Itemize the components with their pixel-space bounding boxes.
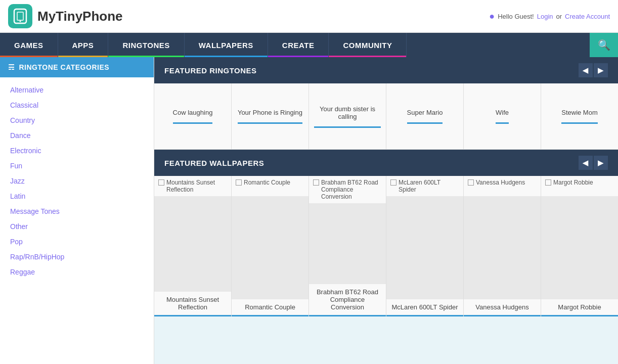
wallpaper-card-5[interactable]: Margot Robbie Margot Robbie	[541, 176, 618, 316]
wallpaper-thumb-3	[386, 196, 463, 299]
ringtones-nav-arrows: ◀ ▶	[579, 63, 608, 77]
ringtone-title-4: Wife	[496, 109, 509, 116]
wallpaper-title-bar-2: Brabham BT62 Road Compliance Conversion	[309, 176, 386, 203]
nav-item-community[interactable]: COMMUNITY	[329, 33, 407, 57]
ringtone-card-3[interactable]: Super Mario	[386, 83, 464, 149]
wallpaper-bar-0	[154, 315, 231, 316]
featured-ringtones-title: FEATURED RINGTONES	[164, 66, 257, 75]
sidebar-link-jazz[interactable]: Jazz	[10, 177, 25, 185]
ringtone-card-4[interactable]: Wife	[464, 83, 541, 149]
wallpapers-next-button[interactable]: ▶	[594, 156, 608, 170]
sidebar: ☴ RINGTONE CATEGORIES Alternative Classi…	[0, 57, 154, 364]
create-account-link[interactable]: Create Account	[565, 13, 610, 20]
sidebar-item-electronic[interactable]: Electronic	[0, 143, 154, 158]
ringtone-title-0: Cow laughing	[173, 109, 213, 116]
sidebar-item-classical[interactable]: Classical	[0, 98, 154, 113]
wallpaper-thumb-0	[154, 196, 231, 292]
wallpaper-title-2: Brabham BT62 Road Compliance Conversion	[321, 179, 382, 200]
sidebar-item-message-tones[interactable]: Message Tones	[0, 204, 154, 219]
nav-item-wallpapers[interactable]: WALLPAPERS	[185, 33, 268, 57]
wallpaper-name-3: McLaren 600LT Spider	[386, 299, 463, 315]
sidebar-link-alternative[interactable]: Alternative	[10, 86, 43, 94]
nav-item-ringtones[interactable]: RINGTONES	[108, 33, 184, 57]
svg-point-2	[20, 21, 21, 22]
sidebar-item-pop[interactable]: Pop	[0, 234, 154, 249]
sidebar-link-reggae[interactable]: Reggae	[10, 268, 35, 276]
wallpaper-thumb-2	[309, 203, 386, 284]
ringtone-card-2[interactable]: Your dumb sister is calling	[309, 83, 386, 149]
main-nav: GAMES APPS RINGTONES WALLPAPERS CREATE C…	[0, 33, 618, 57]
featured-wallpapers-title: FEATURED WALLPAPERS	[164, 159, 264, 167]
wallpaper-checkbox-1[interactable]	[236, 179, 242, 186]
wallpaper-checkbox-5[interactable]	[545, 179, 551, 186]
wallpaper-name-5: Margot Robbie	[541, 299, 618, 315]
sidebar-item-other[interactable]: Other	[0, 219, 154, 234]
nav-item-games[interactable]: GAMES	[0, 33, 58, 57]
sidebar-list: Alternative Classical Country Dance Elec…	[0, 77, 154, 285]
ringtone-card-1[interactable]: Your Phone is Ringing	[232, 83, 309, 149]
wallpaper-title-bar-3: McLaren 600LT Spider	[386, 176, 463, 196]
wallpaper-title-5: Margot Robbie	[553, 179, 593, 186]
ringtone-card-0[interactable]: Cow laughing	[154, 83, 232, 149]
sidebar-item-alternative[interactable]: Alternative	[0, 82, 154, 98]
sidebar-link-dance[interactable]: Dance	[10, 131, 30, 140]
sidebar-link-other[interactable]: Other	[10, 222, 28, 231]
wallpaper-checkbox-2[interactable]	[313, 179, 319, 186]
search-button[interactable]: 🔍	[590, 33, 618, 57]
sidebar-item-rap[interactable]: Rap/RnB/HipHop	[0, 249, 154, 264]
wallpaper-card-0[interactable]: Mountains Sunset Reflection Mountains Su…	[154, 176, 232, 316]
wallpaper-card-1[interactable]: Romantic Couple Romantic Couple	[232, 176, 309, 316]
wallpaper-title-0: Mountains Sunset Reflection	[166, 179, 227, 193]
wallpaper-title-bar-0: Mountains Sunset Reflection	[154, 176, 231, 196]
wallpaper-checkbox-0[interactable]	[158, 179, 164, 186]
sidebar-link-fun[interactable]: Fun	[10, 162, 22, 170]
sidebar-header-label: RINGTONE CATEGORIES	[19, 63, 110, 71]
wallpaper-thumb-5	[541, 196, 618, 299]
sidebar-link-latin[interactable]: Latin	[10, 192, 25, 200]
header: MyTinyPhone ● Hello Guest! Login or Crea…	[0, 0, 618, 33]
wallpaper-thumb-1	[232, 196, 308, 299]
ringtone-card-5[interactable]: Stewie Mom	[541, 83, 618, 149]
sidebar-item-fun[interactable]: Fun	[0, 158, 154, 173]
wallpaper-card-4[interactable]: Vanessa Hudgens Vanessa Hudgens	[464, 176, 541, 316]
wallpaper-checkbox-4[interactable]	[468, 179, 474, 186]
wallpapers-grid: Mountains Sunset Reflection Mountains Su…	[154, 176, 618, 316]
sidebar-item-country[interactable]: Country	[0, 113, 154, 128]
wallpaper-name-0: Mountains Sunset Reflection	[154, 292, 231, 315]
user-icon: ●	[489, 11, 495, 22]
sidebar-link-classical[interactable]: Classical	[10, 101, 38, 109]
ringtone-bar-1	[238, 122, 302, 124]
sidebar-item-reggae[interactable]: Reggae	[0, 264, 154, 280]
wallpaper-card-3[interactable]: McLaren 600LT Spider McLaren 600LT Spide…	[386, 176, 464, 316]
sidebar-link-electronic[interactable]: Electronic	[10, 147, 41, 155]
wallpaper-title-bar-5: Margot Robbie	[541, 176, 618, 196]
ringtones-next-button[interactable]: ▶	[594, 63, 608, 77]
search-icon: 🔍	[598, 39, 610, 51]
ringtone-bar-5	[561, 122, 598, 124]
ringtone-title-2: Your dumb sister is calling	[314, 105, 381, 120]
sidebar-link-message-tones[interactable]: Message Tones	[10, 207, 60, 215]
wallpapers-prev-button[interactable]: ◀	[579, 156, 593, 170]
nav-item-create[interactable]: CREATE	[268, 33, 329, 57]
wallpaper-name-2: Brabham BT62 Road Compliance Conversion	[309, 284, 386, 315]
wallpaper-bar-4	[464, 315, 541, 316]
nav-item-apps[interactable]: APPS	[58, 33, 109, 57]
sidebar-link-pop[interactable]: Pop	[10, 238, 23, 246]
logo-icon	[8, 4, 32, 28]
wallpaper-checkbox-3[interactable]	[390, 179, 396, 186]
wallpaper-bar-5	[541, 315, 618, 316]
logo-area: MyTinyPhone	[8, 4, 123, 28]
wallpaper-bar-2	[309, 315, 386, 316]
sidebar-item-latin[interactable]: Latin	[0, 189, 154, 204]
wallpapers-nav-arrows: ◀ ▶	[579, 156, 608, 170]
wallpaper-card-2[interactable]: Brabham BT62 Road Compliance Conversion …	[309, 176, 386, 316]
sidebar-link-country[interactable]: Country	[10, 116, 35, 124]
login-link[interactable]: Login	[537, 13, 553, 20]
sidebar-item-dance[interactable]: Dance	[0, 128, 154, 143]
ringtones-prev-button[interactable]: ◀	[579, 63, 593, 77]
svg-rect-1	[17, 12, 23, 20]
featured-ringtones-header: FEATURED RINGTONES ◀ ▶	[154, 57, 618, 83]
greeting-text: Hello Guest!	[498, 13, 534, 20]
sidebar-link-rap[interactable]: Rap/RnB/HipHop	[10, 253, 64, 261]
sidebar-item-jazz[interactable]: Jazz	[0, 173, 154, 189]
